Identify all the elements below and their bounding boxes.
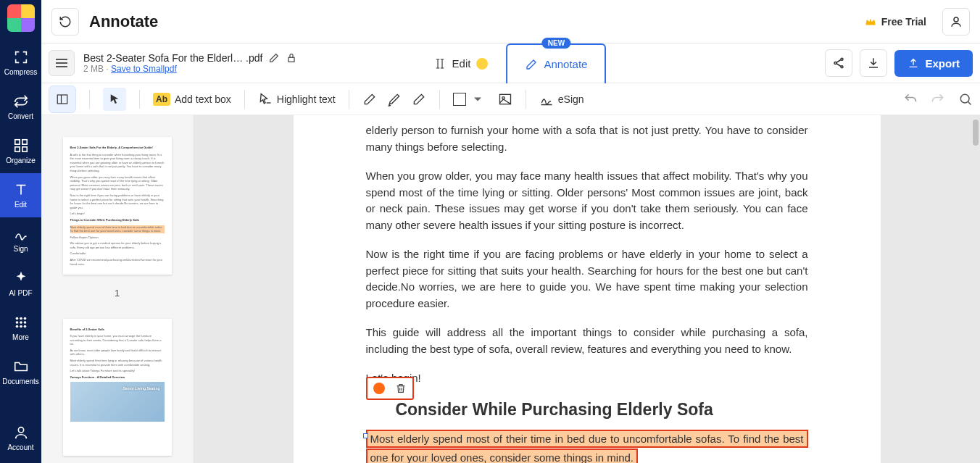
share-icon <box>832 57 845 70</box>
highlight-selection[interactable]: Thi Consider While Purchasing Elderly So… <box>366 400 808 464</box>
sidebar-item-compress[interactable]: Compress <box>0 41 41 85</box>
edit-filename-icon[interactable] <box>268 52 280 64</box>
tab-annotate[interactable]: NEW Annotate <box>506 43 606 83</box>
page-thumbnail-2[interactable]: Benefits of 2-Seater Sofa If you have el… <box>63 319 172 456</box>
sidebar-item-account[interactable]: Account <box>0 416 41 463</box>
sidebar-item-more[interactable]: More <box>0 306 41 350</box>
download-button[interactable] <box>860 49 887 77</box>
layout-toggle[interactable] <box>49 85 76 113</box>
svg-rect-2 <box>14 147 19 151</box>
highlight-popup <box>366 377 414 400</box>
sparkle-icon <box>13 270 29 286</box>
scrollbar[interactable] <box>973 120 979 146</box>
chevron-down-icon <box>470 92 485 107</box>
tab-edit[interactable]: Edit <box>415 43 507 83</box>
profile-button[interactable] <box>942 8 970 36</box>
svg-point-10 <box>15 325 18 328</box>
pencil-icon <box>362 92 377 107</box>
tab-label: Edit <box>452 57 471 70</box>
esign-tool[interactable]: eSign <box>539 92 584 107</box>
pdf-page: elderly person to furnish your home with… <box>294 115 881 463</box>
svg-point-12 <box>23 325 26 328</box>
thumb-image <box>70 382 165 422</box>
text-badge-icon: Ab <box>153 93 170 106</box>
page-title: Annotate <box>89 12 158 31</box>
square-icon <box>453 93 466 106</box>
highlight-color-swatch[interactable] <box>373 383 385 394</box>
panel-icon <box>56 93 69 106</box>
image-tool[interactable] <box>498 92 512 107</box>
highlight-tool[interactable]: Highlight text <box>258 92 336 107</box>
undo-icon <box>59 15 72 28</box>
svg-point-13 <box>18 427 23 433</box>
highlighted-text[interactable]: Most elderly spend most of their time in… <box>366 430 808 464</box>
redo-icon[interactable] <box>931 92 945 107</box>
svg-point-5 <box>20 317 22 320</box>
eraser-tool[interactable] <box>412 92 426 107</box>
premium-badge-icon <box>476 58 488 70</box>
edit-text-icon <box>433 57 447 70</box>
shape-tool[interactable] <box>453 92 485 107</box>
select-tool[interactable] <box>103 88 126 111</box>
svg-point-17 <box>834 62 836 64</box>
new-badge: NEW <box>542 38 570 49</box>
sidebar-label: Sign <box>13 245 28 253</box>
undo-history-button[interactable] <box>51 8 79 36</box>
page-thumbnail-1[interactable]: Best 2-Seater Sofa For the Elderly- A Co… <box>63 137 172 275</box>
export-label: Export <box>925 57 960 70</box>
organize-icon <box>13 138 29 154</box>
add-text-tool[interactable]: Ab Add text box <box>153 93 231 106</box>
save-link[interactable]: Save to Smallpdf <box>111 64 177 74</box>
search-icon[interactable] <box>958 92 973 107</box>
sidebar-label: Compress <box>4 68 38 76</box>
svg-point-4 <box>15 317 18 320</box>
tool-label: Add text box <box>175 93 231 105</box>
highlighter-cursor-icon <box>258 92 273 107</box>
sidebar-label: More <box>12 333 29 341</box>
selection-handle[interactable] <box>363 433 368 438</box>
sidebar-item-convert[interactable]: Convert <box>0 85 41 129</box>
export-icon <box>908 57 919 69</box>
panel-toggle-button[interactable] <box>49 50 75 76</box>
lock-icon[interactable] <box>286 52 297 64</box>
svg-point-18 <box>841 66 843 68</box>
sidebar-label: Documents <box>2 378 39 385</box>
sidebar-label: Account <box>7 443 33 451</box>
sidebar-label: Convert <box>8 112 33 120</box>
body-text: Now is the right time if you are facing … <box>366 246 808 312</box>
sidebar-item-organize[interactable]: Organize <box>0 129 41 173</box>
file-size: 2 MB <box>83 64 104 74</box>
highlighter-pen-tool[interactable] <box>387 92 402 107</box>
body-text: elderly person to furnish your home with… <box>366 122 808 155</box>
pencil-icon <box>525 58 538 71</box>
eraser-icon <box>412 92 426 107</box>
svg-point-22 <box>960 94 969 103</box>
compress-icon <box>13 49 29 65</box>
work-area: Best 2-Seater Sofa For the Elderly- A Co… <box>41 115 980 463</box>
sidebar-item-documents[interactable]: Documents <box>0 350 41 394</box>
sidebar-item-edit[interactable]: Edit <box>0 173 41 217</box>
convert-icon <box>13 93 29 109</box>
thumb-title: Benefits of 2-Seater Sofa <box>70 328 165 332</box>
sidebar-label: Organize <box>6 157 36 164</box>
page-number-1: 1 <box>115 288 120 299</box>
svg-rect-1 <box>22 140 26 144</box>
undo-icon[interactable] <box>903 92 918 107</box>
free-trial-button[interactable]: Free Trial <box>855 9 935 34</box>
app-logo[interactable] <box>7 4 35 32</box>
share-button[interactable] <box>825 49 852 77</box>
crown-icon <box>864 15 877 28</box>
thumbnail-panel[interactable]: Best 2-Seater Sofa For the Elderly- A Co… <box>41 115 194 463</box>
export-button[interactable]: Export <box>894 50 973 77</box>
image-icon <box>498 92 512 107</box>
user-icon <box>950 15 963 28</box>
pencil-tool[interactable] <box>362 92 377 107</box>
page-canvas[interactable]: elderly person to furnish your home with… <box>194 115 980 463</box>
sidebar-item-aipdf[interactable]: AI PDF <box>0 262 41 306</box>
tools-sidebar: Compress Convert Organize Edit Sign AI P… <box>0 0 41 463</box>
signature-icon <box>539 92 554 107</box>
delete-icon[interactable] <box>395 383 407 394</box>
file-bar: Best 2-Seater Sofa For the Elderl… .pdf … <box>41 43 980 83</box>
sidebar-item-sign[interactable]: Sign <box>0 217 41 262</box>
svg-point-7 <box>15 321 18 324</box>
